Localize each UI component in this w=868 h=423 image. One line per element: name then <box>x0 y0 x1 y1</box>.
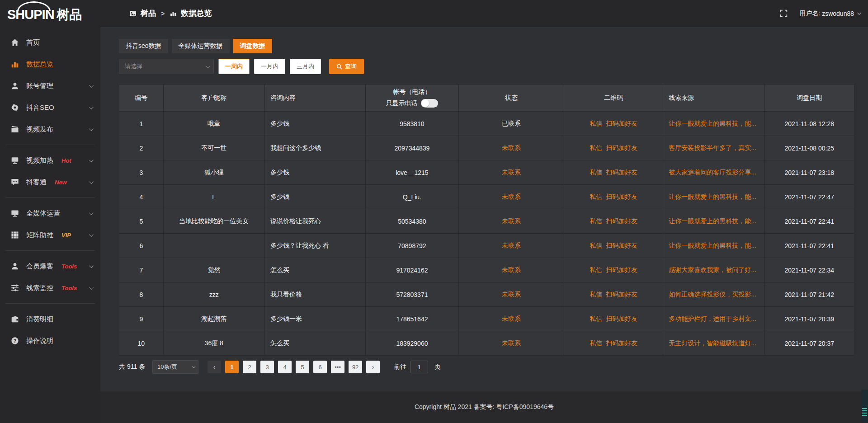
goto-label: 前往 <box>394 363 406 371</box>
page-button-4[interactable]: 4 <box>278 361 292 373</box>
cell-nickname: 狐小狸 <box>163 160 264 185</box>
cell-source[interactable]: 让你一眼就爱上的黑科技，能... <box>663 185 764 209</box>
query-button[interactable]: 查询 <box>329 59 364 74</box>
breadcrumb-root[interactable]: 树品 <box>141 8 156 19</box>
sidebar-item-video-publish[interactable]: 视频发布 <box>0 118 100 140</box>
sidebar-item-member-burst[interactable]: 会员爆客Tools <box>0 255 100 277</box>
private-message-link[interactable]: 私信 <box>590 193 602 200</box>
chevron-down-icon <box>89 127 94 131</box>
range-button-1[interactable]: 一月内 <box>254 59 285 74</box>
tab-0[interactable]: 抖音seo数据 <box>119 39 168 53</box>
page-buttons: 123456•••92 <box>225 361 366 373</box>
private-message-link[interactable]: 私信 <box>590 120 602 127</box>
fullscreen-icon[interactable] <box>780 9 788 17</box>
scan-add-friend-link[interactable]: 扫码加好友 <box>606 339 637 347</box>
sidebar-item-account[interactable]: 账号管理 <box>0 75 100 97</box>
cell-source[interactable]: 如何正确选择投影仪，买投影... <box>663 282 764 307</box>
phone-only-toggle[interactable] <box>421 99 438 108</box>
cell-source[interactable]: 无主灯设计，智能磁吸轨道灯... <box>663 331 764 356</box>
cell-account: 50534380 <box>365 209 459 234</box>
private-message-link[interactable]: 私信 <box>590 242 602 249</box>
private-message-link[interactable]: 私信 <box>590 217 602 225</box>
breadcrumb: 树品 > 数据总览 <box>129 8 212 19</box>
cell-source[interactable]: 让你一眼就爱上的黑科技，能... <box>663 209 764 234</box>
private-message-link[interactable]: 私信 <box>590 169 602 176</box>
cell-id: 8 <box>119 282 164 307</box>
chart-icon <box>11 60 19 68</box>
floating-widget[interactable] <box>861 390 868 422</box>
cell-qrcode: 私信扫码加好友 <box>564 282 663 307</box>
private-message-link[interactable]: 私信 <box>590 339 602 347</box>
topbar: 树品 > 数据总览 用户名: zswodun88 <box>100 0 868 27</box>
column-header-3: 帐号（电话）只显示电话 <box>365 85 459 112</box>
cell-account: 183929060 <box>365 331 459 356</box>
sidebar-item-label: 抖音SEO <box>26 103 54 112</box>
sidebar-item-label: 首页 <box>26 38 40 47</box>
sidebar-item-video-heat[interactable]: 视频加热Hot <box>0 150 100 171</box>
cell-source[interactable]: 多功能护栏灯，适用于乡村文... <box>663 307 764 331</box>
page-button-2[interactable]: 2 <box>243 361 256 373</box>
chevron-down-icon <box>857 11 861 14</box>
cell-id: 10 <box>119 331 164 356</box>
cell-qrcode: 私信扫码加好友 <box>564 185 663 209</box>
cell-status: 未联系 <box>459 136 564 160</box>
cell-content: 我只看价格 <box>264 282 365 307</box>
cell-source[interactable]: 客厅安装投影半年多了，真实... <box>663 136 764 160</box>
page-button-1[interactable]: 1 <box>225 361 239 373</box>
scan-add-friend-link[interactable]: 扫码加好友 <box>606 120 637 127</box>
sidebar-item-douketong[interactable]: 抖客通New <box>0 171 100 193</box>
scan-add-friend-link[interactable]: 扫码加好友 <box>606 266 637 273</box>
cell-content: 多少钱一米 <box>264 307 365 331</box>
sidebar-item-expense-detail[interactable]: 消费明细 <box>0 308 100 330</box>
brand-logo[interactable]: SHUPIN树品 <box>0 0 100 28</box>
scan-add-friend-link[interactable]: 扫码加好友 <box>606 291 637 298</box>
sidebar-item-home[interactable]: 首页 <box>0 32 100 53</box>
page-ellipsis-button[interactable]: ••• <box>331 361 344 373</box>
sidebar-item-media-operation[interactable]: 全媒体运营 <box>0 202 100 224</box>
cell-id: 1 <box>119 112 164 136</box>
private-message-link[interactable]: 私信 <box>590 315 602 322</box>
sidebar-divider <box>5 250 95 251</box>
cell-source[interactable]: 让你一眼就爱上的黑科技，能... <box>663 112 764 136</box>
scan-add-friend-link[interactable]: 扫码加好友 <box>606 144 637 151</box>
filter-bar: 请选择 一周内一月内三月内 查询 <box>119 59 854 74</box>
page-button-92[interactable]: 92 <box>349 361 362 373</box>
private-message-link[interactable]: 私信 <box>590 144 602 151</box>
scan-add-friend-link[interactable]: 扫码加好友 <box>606 169 637 176</box>
private-message-link[interactable]: 私信 <box>590 291 602 298</box>
sidebar-item-douyin-seo[interactable]: 抖音SEO <box>0 97 100 118</box>
sidebar-item-label: 视频发布 <box>26 125 53 134</box>
sidebar-item-data-overview[interactable]: 数据总览 <box>0 53 100 75</box>
private-message-link[interactable]: 私信 <box>590 266 602 273</box>
sidebar-item-clue-monitor[interactable]: 线索监控Tools <box>0 277 100 299</box>
scan-add-friend-link[interactable]: 扫码加好友 <box>606 242 637 249</box>
cell-source[interactable]: 感谢大家喜欢我家，被问了好... <box>663 258 764 282</box>
sidebar-item-matrix-boost[interactable]: 矩阵助推VIP <box>0 224 100 246</box>
query-button-label: 查询 <box>345 62 357 70</box>
sidebar-item-label: 视频加热 <box>26 156 53 165</box>
range-button-0[interactable]: 一周内 <box>218 59 250 74</box>
content: 抖音seo数据全媒体运营数据询盘数据 请选择 一周内一月内三月内 查询 编号客户… <box>100 27 868 391</box>
page-button-5[interactable]: 5 <box>296 361 309 373</box>
goto-page-input[interactable] <box>410 361 428 373</box>
sidebar-divider <box>5 197 95 198</box>
range-button-2[interactable]: 三月内 <box>290 59 321 74</box>
scan-add-friend-link[interactable]: 扫码加好友 <box>606 217 637 225</box>
cell-source[interactable]: 让你一眼就爱上的黑科技，能... <box>663 234 764 258</box>
user-menu[interactable]: 用户名: zswodun88 <box>799 9 860 18</box>
sidebar-item-help[interactable]: ?操作说明 <box>0 330 100 352</box>
page-button-3[interactable]: 3 <box>260 361 274 373</box>
prev-page-button[interactable]: ‹ <box>208 361 221 373</box>
scan-add-friend-link[interactable]: 扫码加好友 <box>606 193 637 200</box>
next-page-button[interactable]: › <box>366 361 380 373</box>
tab-2[interactable]: 询盘数据 <box>233 39 272 53</box>
tab-1[interactable]: 全媒体运营数据 <box>172 39 230 53</box>
cell-qrcode: 私信扫码加好友 <box>564 136 663 160</box>
user-icon <box>11 82 19 90</box>
filter-select[interactable]: 请选择 <box>119 59 214 74</box>
scan-add-friend-link[interactable]: 扫码加好友 <box>606 315 637 322</box>
page-button-6[interactable]: 6 <box>313 361 327 373</box>
chevron-down-icon <box>89 105 94 109</box>
cell-source[interactable]: 被大家追着问的客厅投影分享... <box>663 160 764 185</box>
page-size-select[interactable]: 10条/页 <box>152 360 198 374</box>
